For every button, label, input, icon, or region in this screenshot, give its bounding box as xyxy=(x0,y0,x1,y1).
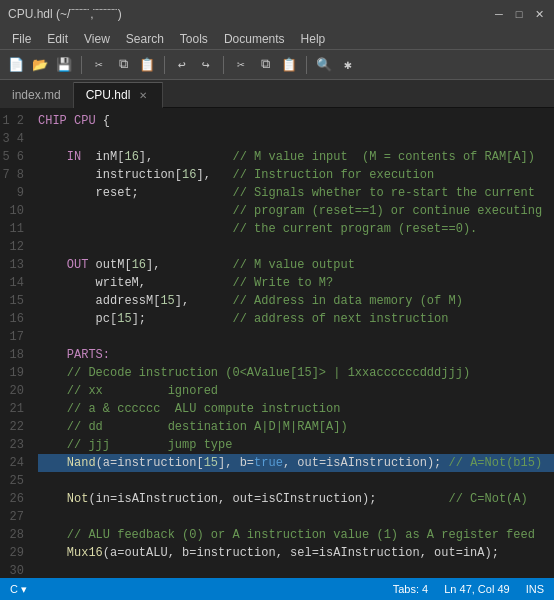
tab-index-label: index.md xyxy=(12,88,61,102)
status-branch[interactable]: C ▾ xyxy=(10,583,27,596)
toolbar-separator-4 xyxy=(306,56,307,74)
cut-icon[interactable]: ✂ xyxy=(89,55,109,75)
menu-tools[interactable]: Tools xyxy=(172,28,216,49)
line-numbers: 1 2 3 4 5 6 7 8 9 10 11 12 13 14 15 16 1… xyxy=(0,108,30,578)
code-container: 1 2 3 4 5 6 7 8 9 10 11 12 13 14 15 16 1… xyxy=(0,108,554,578)
tab-cpu-label: CPU.hdl xyxy=(86,88,131,102)
code-editor[interactable]: CHIP CPU { IN inM[16], // M value input … xyxy=(30,108,554,578)
copy-icon[interactable]: ⧉ xyxy=(113,55,133,75)
undo-icon[interactable]: ↩ xyxy=(172,55,192,75)
paste-icon[interactable]: 📋 xyxy=(137,55,157,75)
redo-icon[interactable]: ↪ xyxy=(196,55,216,75)
title-bar: CPU.hdl (~/ ̈ ̈ ̈ ̈ ̈, ̈ ̈ ̈ ̈ ̈ ̈) ─ □ … xyxy=(0,0,554,28)
title-bar-controls: ─ □ ✕ xyxy=(492,7,546,21)
star-icon[interactable]: ✱ xyxy=(338,55,358,75)
paste2-icon[interactable]: 📋 xyxy=(279,55,299,75)
menu-search[interactable]: Search xyxy=(118,28,172,49)
status-mode: INS xyxy=(526,583,544,595)
search-icon[interactable]: 🔍 xyxy=(314,55,334,75)
toolbar: 📄 📂 💾 ✂ ⧉ 📋 ↩ ↪ ✂ ⧉ 📋 🔍 ✱ xyxy=(0,50,554,80)
status-right: Tabs: 4 Ln 47, Col 49 INS xyxy=(393,583,544,595)
menu-documents[interactable]: Documents xyxy=(216,28,293,49)
menu-file[interactable]: File xyxy=(4,28,39,49)
maximize-button[interactable]: □ xyxy=(512,7,526,21)
status-position: Ln 47, Col 49 xyxy=(444,583,509,595)
new-file-icon[interactable]: 📄 xyxy=(6,55,26,75)
status-bar: C ▾ Tabs: 4 Ln 47, Col 49 INS xyxy=(0,578,554,600)
toolbar-separator-1 xyxy=(81,56,82,74)
title-bar-title: CPU.hdl (~/ ̈ ̈ ̈ ̈ ̈, ̈ ̈ ̈ ̈ ̈ ̈) xyxy=(8,7,122,21)
cut2-icon[interactable]: ✂ xyxy=(231,55,251,75)
toolbar-separator-2 xyxy=(164,56,165,74)
copy2-icon[interactable]: ⧉ xyxy=(255,55,275,75)
tab-cpu[interactable]: CPU.hdl ✕ xyxy=(74,82,164,108)
menu-edit[interactable]: Edit xyxy=(39,28,76,49)
open-file-icon[interactable]: 📂 xyxy=(30,55,50,75)
menu-bar: File Edit View Search Tools Documents He… xyxy=(0,28,554,50)
minimize-button[interactable]: ─ xyxy=(492,7,506,21)
menu-help[interactable]: Help xyxy=(293,28,334,49)
status-tabs: Tabs: 4 xyxy=(393,583,428,595)
close-button[interactable]: ✕ xyxy=(532,7,546,21)
toolbar-separator-3 xyxy=(223,56,224,74)
tabs-bar: index.md CPU.hdl ✕ xyxy=(0,80,554,108)
menu-view[interactable]: View xyxy=(76,28,118,49)
save-file-icon[interactable]: 💾 xyxy=(54,55,74,75)
tab-index[interactable]: index.md xyxy=(0,82,74,108)
tab-cpu-close[interactable]: ✕ xyxy=(136,88,150,102)
